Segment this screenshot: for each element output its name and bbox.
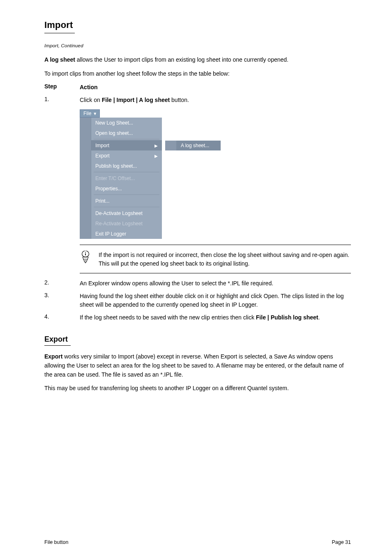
intro-paragraph-1: A log sheet allows the User to import cl… <box>44 56 351 65</box>
step-1-text: Click on File | Import | A log sheet but… <box>80 96 351 104</box>
submenu-icon-column <box>165 141 177 150</box>
step-4-text: If the log sheet needs to be saved with … <box>80 313 351 322</box>
step-3-number: 3. <box>44 292 80 309</box>
step-2-text: An Explorer window opens allowing the Us… <box>80 279 351 288</box>
menu-items-column: New Log Sheet... Open log sheet... Impor… <box>91 118 162 239</box>
footer-page-number: Page 31 <box>332 539 351 545</box>
continued-note: Import, Continued <box>44 43 351 48</box>
caret-down-icon: ▼ <box>93 111 97 116</box>
menu-item-exit-ip-logger[interactable]: Exit IP Logger <box>91 229 162 239</box>
export-section-title: Export <box>44 335 351 344</box>
menu-item-export[interactable]: Export ▶ <box>91 150 162 161</box>
menu-item-print[interactable]: Print... <box>91 196 162 206</box>
menu-item-enter-tc-offset: Enter T/C Offset... <box>91 173 162 183</box>
export-paragraph-2: This may be used for transferring log sh… <box>44 384 351 393</box>
note-row: If the import is not required or incorre… <box>80 251 351 268</box>
menu-item-deactivate-logsheet[interactable]: De-Activate Logsheet <box>91 208 162 218</box>
chevron-right-icon: ▶ <box>154 143 158 148</box>
menu-item-publish-log-sheet[interactable]: Publish log sheet... <box>91 161 162 171</box>
file-menu-button[interactable]: File ▼ <box>80 109 100 118</box>
menu-icon-column <box>80 118 91 239</box>
page-footer: File button Page 31 <box>0 539 392 545</box>
intro-lead: A log sheet <box>44 56 75 63</box>
horizontal-rule <box>80 273 351 273</box>
step-4-text-c: . <box>318 314 320 321</box>
menu-screenshot: File ▼ New Log Sheet... Open log sheet..… <box>80 109 244 239</box>
submenu-item-a-log-sheet[interactable]: A log sheet... <box>177 141 221 150</box>
step-4-text-b: File | Publish log sheet <box>256 314 318 321</box>
step-1-text-a: Click on <box>80 97 102 103</box>
section-title: Import <box>44 20 351 30</box>
step-1-text-b: File | Import | A log sheet <box>102 97 170 103</box>
menu-item-open-log-sheet[interactable]: Open log sheet... <box>91 128 162 138</box>
step-1-text-c: button. <box>170 97 189 103</box>
svg-rect-2 <box>85 254 86 255</box>
intro-paragraph-2: To import clips from another log sheet f… <box>44 69 351 79</box>
menu-separator <box>94 172 159 172</box>
menu-item-new-log-sheet[interactable]: New Log Sheet... <box>91 118 162 128</box>
note-text: If the import is not required or incorre… <box>99 251 351 268</box>
step-3-text: Having found the log sheet either double… <box>80 292 351 309</box>
step-4-number: 4. <box>44 313 80 322</box>
col-header-action: Action <box>80 83 351 92</box>
export-para1-body: works very similar to Import (above) exc… <box>44 353 344 377</box>
menu-item-import[interactable]: Import ▶ <box>91 140 162 150</box>
menu-item-properties[interactable]: Properties... <box>91 183 162 194</box>
horizontal-rule <box>80 245 351 245</box>
export-paragraph-1: Export works very similar to Import (abo… <box>44 352 351 379</box>
intro-after: allows the User to import clips from an … <box>75 56 288 63</box>
step-2-number: 2. <box>44 279 80 288</box>
step-1-number: 1. <box>44 96 80 104</box>
step-4-text-a: If the log sheet needs to be saved with … <box>80 314 256 321</box>
footer-left: File button <box>44 539 68 545</box>
menu-item-export-label: Export <box>95 153 110 159</box>
svg-point-1 <box>85 252 86 253</box>
menu-item-reactivate-logsheet: Re-Activate Logsheet <box>91 218 162 229</box>
import-submenu: A log sheet... <box>165 141 221 150</box>
file-menu-label: File <box>83 111 91 116</box>
menu-separator <box>94 194 159 195</box>
menu-separator <box>94 207 159 207</box>
file-menu-column: File ▼ New Log Sheet... Open log sheet..… <box>80 109 162 239</box>
chevron-right-icon: ▶ <box>154 154 158 158</box>
export-lead: Export <box>44 353 62 360</box>
menu-separator <box>94 139 159 139</box>
col-header-step: Step <box>44 83 80 92</box>
menu-item-import-label: Import <box>95 143 109 148</box>
title-rule <box>44 33 75 33</box>
note-icon <box>80 251 93 266</box>
export-title-rule <box>44 345 71 346</box>
